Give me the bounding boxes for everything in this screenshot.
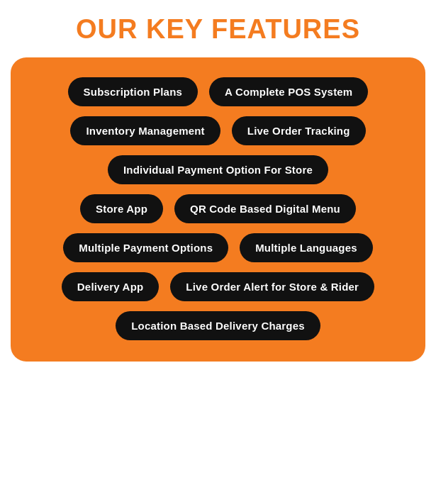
feature-badge-store-app: Store App xyxy=(80,194,163,223)
feature-badge-qr-code-digital-menu: QR Code Based Digital Menu xyxy=(174,194,356,223)
features-row-row4: Store AppQR Code Based Digital Menu xyxy=(30,194,406,223)
features-card: Subscription PlansA Complete POS SystemI… xyxy=(11,57,425,362)
feature-badge-location-based-delivery: Location Based Delivery Charges xyxy=(116,311,320,340)
feature-badge-live-order-tracking: Live Order Tracking xyxy=(232,116,366,145)
page-title: OUR KEY FEATURES xyxy=(76,14,360,45)
feature-badge-live-order-alert: Live Order Alert for Store & Rider xyxy=(170,272,374,301)
feature-badge-complete-pos-system: A Complete POS System xyxy=(209,77,368,106)
features-row-row3: Individual Payment Option For Store xyxy=(30,155,406,184)
features-row-row2: Inventory ManagementLive Order Tracking xyxy=(30,116,406,145)
features-row-row7: Location Based Delivery Charges xyxy=(30,311,406,340)
feature-badge-inventory-management: Inventory Management xyxy=(70,116,220,145)
feature-badge-subscription-plans: Subscription Plans xyxy=(68,77,198,106)
feature-badge-multiple-payment-options: Multiple Payment Options xyxy=(63,233,228,262)
feature-badge-delivery-app: Delivery App xyxy=(62,272,160,301)
features-row-row1: Subscription PlansA Complete POS System xyxy=(30,77,406,106)
feature-badge-individual-payment-option: Individual Payment Option For Store xyxy=(108,155,328,184)
features-row-row5: Multiple Payment OptionsMultiple Languag… xyxy=(30,233,406,262)
feature-badge-multiple-languages: Multiple Languages xyxy=(240,233,373,262)
features-row-row6: Delivery AppLive Order Alert for Store &… xyxy=(30,272,406,301)
